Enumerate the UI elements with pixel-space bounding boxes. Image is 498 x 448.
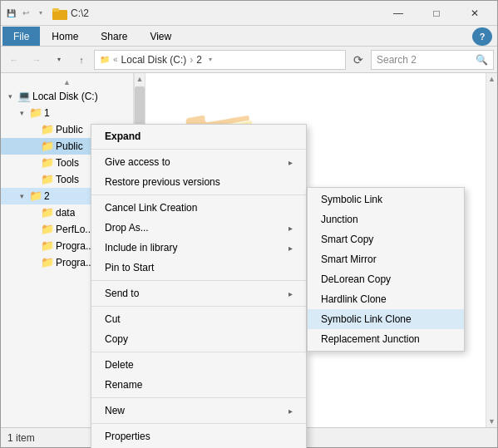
tab-home[interactable]: Home — [41, 27, 89, 46]
menu-divider-6 — [91, 397, 306, 398]
file-scroll-down[interactable]: ▼ — [486, 416, 497, 427]
folder-icon-2: 📁 — [29, 190, 42, 203]
menu-item-cancel-link[interactable]: Cancel Link Creation — [91, 198, 306, 218]
address-bar: ← → ▾ ↑ 📁 « Local Disk (C:) › 2 ▾ ⟳ Sear… — [1, 47, 497, 73]
folder-icon-perflo: 📁 — [41, 223, 54, 236]
menu-item-give-access[interactable]: Give access to ▸ — [91, 152, 306, 172]
sidebar-item-local-disk[interactable]: ▾ 💻 Local Disk (C:) — [1, 88, 133, 105]
menu-item-delete[interactable]: Delete — [91, 355, 306, 375]
folder-icon-public: 📁 — [41, 123, 54, 136]
submenu-label-smart-copy: Smart Copy — [321, 234, 373, 245]
submenu-label-symbolic-link-clone: Symbolic Link Clone — [321, 313, 412, 325]
submenu-symbolic-link[interactable]: Symbolic Link — [308, 190, 464, 209]
search-box[interactable]: Search 2 🔍 — [371, 50, 494, 70]
path-2[interactable]: 2 — [196, 54, 202, 66]
menu-item-include-library[interactable]: Include in library ▸ — [91, 238, 306, 258]
menu-item-new[interactable]: New ▸ — [91, 401, 306, 421]
menu-item-rename[interactable]: Rename — [91, 375, 306, 395]
svg-rect-1 — [52, 8, 59, 12]
refresh-button[interactable]: ⟳ — [348, 50, 368, 70]
menu-label-expand: Expand — [105, 130, 141, 142]
sidebar-label-perflo: PerfLo... — [56, 224, 93, 235]
menu-divider-1 — [91, 149, 306, 150]
tab-share[interactable]: Share — [90, 27, 138, 46]
submenu-label-delorean-copy: DeLorean Copy — [321, 273, 391, 285]
maximize-button[interactable]: □ — [417, 1, 456, 26]
address-path[interactable]: 📁 « Local Disk (C:) › 2 ▾ — [94, 50, 346, 70]
search-icon[interactable]: 🔍 — [476, 54, 488, 66]
submenu-label-replacement-junction: Replacement Junction — [321, 333, 420, 345]
folder-icon-progra1: 📁 — [41, 239, 54, 253]
submenu-replacement-junction[interactable]: Replacement Junction — [308, 329, 464, 349]
scroll-up-arrow[interactable]: ▲ — [135, 73, 145, 85]
submenu-smart-copy[interactable]: Smart Copy — [308, 229, 464, 249]
menu-divider-7 — [91, 423, 306, 424]
give-access-arrow: ▸ — [288, 158, 293, 167]
ribbon-tabs: File Home Share View ? — [1, 26, 497, 46]
search-text: Search 2 — [377, 54, 472, 66]
submenu-drop-as: Symbolic Link Junction Smart Copy Smart … — [307, 187, 465, 352]
up-button[interactable]: ↑ — [71, 50, 91, 70]
sidebar-label-tools: Tools — [56, 157, 79, 169]
submenu-junction[interactable]: Junction — [308, 209, 464, 229]
folder-icon-data: 📁 — [41, 206, 54, 219]
title-dropdown[interactable]: ▾ — [34, 7, 47, 20]
file-scroll-up[interactable]: ▲ — [486, 73, 497, 85]
menu-label-include-library: Include in library — [105, 242, 177, 254]
expand-arrow-2[interactable]: ▾ — [16, 190, 27, 202]
title-bar-icons: 💾 ↩ ▾ — [4, 7, 47, 20]
menu-label-rename: Rename — [105, 379, 142, 391]
folder-icon-progra2: 📁 — [41, 256, 54, 269]
submenu-delorean-copy[interactable]: DeLorean Copy — [308, 269, 464, 289]
forward-button[interactable]: → — [27, 50, 47, 70]
minimize-button[interactable]: — — [379, 1, 417, 26]
sidebar-scroll-up[interactable]: ▲ — [1, 76, 133, 88]
window-controls: — □ ✕ — [379, 1, 494, 26]
menu-label-copy: Copy — [105, 333, 128, 345]
expand-arrow-1[interactable]: ▾ — [16, 107, 27, 119]
help-button[interactable]: ? — [472, 27, 492, 46]
menu-label-drop-as: Drop As... — [105, 222, 149, 234]
menu-item-drop-as[interactable]: Drop As... ▸ — [91, 218, 306, 238]
menu-label-new: New — [105, 405, 125, 416]
sidebar-label-local-disk: Local Disk (C:) — [32, 91, 98, 102]
path-dropdown-arrow[interactable]: ▾ — [209, 56, 212, 63]
menu-label-pin-start: Pin to Start — [105, 262, 154, 273]
back-button[interactable]: ← — [4, 50, 24, 70]
submenu-symbolic-link-clone[interactable]: Symbolic Link Clone — [308, 309, 464, 329]
menu-label-restore: Restore previous versions — [105, 176, 220, 188]
sidebar-label-tools-2: Tools — [56, 174, 79, 185]
sidebar-label-data: data — [56, 207, 75, 219]
path-double-arrow: « — [113, 55, 118, 64]
sidebar-item-1[interactable]: ▾ 📁 1 — [1, 105, 133, 121]
tab-file[interactable]: File — [2, 27, 40, 46]
path-local-disk[interactable]: Local Disk (C:) — [121, 54, 187, 66]
folder-icon-tools-2: 📁 — [41, 173, 54, 186]
menu-item-expand[interactable]: Expand — [91, 126, 306, 146]
tab-view[interactable]: View — [139, 27, 182, 46]
explorer-window: 💾 ↩ ▾ C:\2 — □ ✕ File Home Share View ? — [0, 0, 498, 448]
title-label: C:\2 — [71, 7, 89, 19]
menu-item-properties[interactable]: Properties — [91, 426, 306, 446]
path-sep-1: › — [190, 54, 193, 66]
title-bar: 💾 ↩ ▾ C:\2 — □ ✕ — [1, 1, 497, 26]
title-undo[interactable]: ↩ — [19, 7, 32, 20]
drop-as-arrow: ▸ — [288, 224, 293, 233]
menu-item-send-to[interactable]: Send to ▸ — [91, 283, 306, 303]
submenu-label-symbolic-link: Symbolic Link — [321, 194, 382, 205]
status-text: 1 item — [7, 432, 35, 444]
close-button[interactable]: ✕ — [456, 1, 494, 26]
send-to-arrow: ▸ — [288, 289, 293, 298]
submenu-smart-mirror[interactable]: Smart Mirror — [308, 249, 464, 269]
menu-item-restore[interactable]: Restore previous versions — [91, 172, 306, 192]
menu-item-copy[interactable]: Copy — [91, 329, 306, 349]
menu-label-cancel-link: Cancel Link Creation — [105, 202, 197, 214]
folder-title-icon — [52, 7, 67, 20]
menu-item-cut[interactable]: Cut — [91, 309, 306, 329]
submenu-hardlink-clone[interactable]: Hardlink Clone — [308, 289, 464, 309]
expand-arrow-local-disk[interactable]: ▾ — [4, 91, 16, 102]
folder-icon-tools: 📁 — [41, 156, 54, 170]
menu-item-pin-start[interactable]: Pin to Start — [91, 258, 306, 278]
file-area-scrollbar[interactable]: ▲ ▼ — [486, 73, 497, 427]
dropdown-button[interactable]: ▾ — [49, 50, 69, 70]
